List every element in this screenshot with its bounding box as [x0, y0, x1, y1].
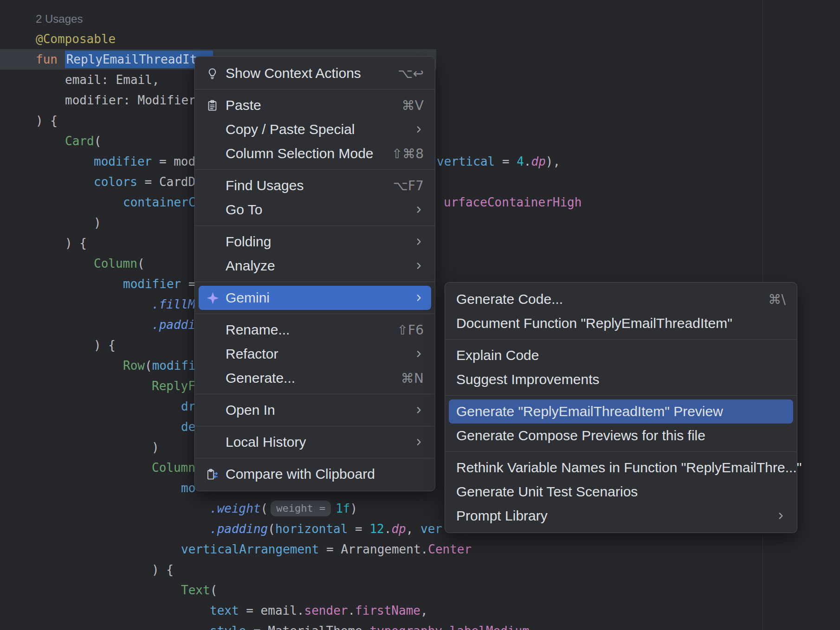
submenu-item-prompt-library[interactable]: Prompt Library	[449, 504, 793, 528]
code-line: ) {	[94, 335, 116, 355]
code-token: 12	[369, 522, 384, 536]
menu-item-shortcut: ⌘\	[755, 292, 786, 307]
code-line: de	[181, 417, 195, 437]
menu-item-column-selection-mode[interactable]: Column Selection Mode⇧⌘8	[199, 141, 431, 166]
code-token: ) {	[94, 338, 116, 352]
menu-item-label: Analyze	[226, 258, 275, 274]
menu-item-open-in[interactable]: Open In	[199, 398, 431, 422]
menu-item-analyze[interactable]: Analyze	[199, 254, 431, 278]
menu-item-label: Open In	[226, 402, 275, 418]
submenu-item-generate-unit-tests[interactable]: Generate Unit Test Scenarios	[449, 480, 793, 504]
code-line: text = email.sender.firstName,	[210, 600, 428, 621]
menu-separator	[195, 310, 435, 318]
menu-separator	[195, 166, 435, 174]
menu-item-label: Explain Code	[456, 347, 539, 363]
code-line: .padding(horizontal = 12.dp, ver	[210, 519, 442, 539]
menu-item-label: Document Function "ReplyEmailThreadItem"	[456, 315, 732, 331]
code-token: =	[152, 154, 174, 168]
menu-item-local-history[interactable]: Local History	[199, 430, 431, 454]
menu-item-shortcut: ⌘V	[388, 98, 424, 113]
code-line: Card(	[65, 131, 101, 151]
menu-item-label: Rethink Variable Names in Function "Repl…	[456, 460, 801, 476]
code-token: Card	[65, 134, 94, 148]
menu-item-find-usages[interactable]: Find Usages⌥F7	[199, 174, 431, 198]
code-token: email.	[261, 604, 304, 617]
code-token: .	[442, 624, 450, 630]
submenu-item-document-function[interactable]: Document Function "ReplyEmailThreadItem"	[449, 311, 793, 335]
code-token: Column	[94, 257, 137, 270]
submenu-item-generate-code[interactable]: Generate Code...⌘\	[449, 287, 793, 311]
menu-separator	[195, 454, 435, 462]
menu-item-refactor[interactable]: Refactor	[199, 342, 431, 366]
menu-item-gemini[interactable]: Gemini	[199, 286, 431, 310]
menu-item-show-context-actions[interactable]: Show Context Actions⌥↩	[199, 61, 431, 85]
code-token: )	[350, 501, 358, 515]
submenu-item-generate-compose-previews[interactable]: Generate Compose Previews for this file	[449, 424, 793, 448]
code-token: =	[181, 277, 195, 291]
code-token: =	[495, 154, 517, 168]
menu-item-label: Compare with Clipboard	[226, 466, 375, 482]
code-token: (	[210, 583, 218, 597]
code-token: (	[268, 522, 275, 536]
submenu-item-rethink-variable-names[interactable]: Rethink Variable Names in Function "Repl…	[449, 456, 793, 480]
code-token: text	[210, 604, 239, 617]
code-line: style = MaterialTheme.typography.labelMe…	[210, 621, 530, 630]
code-line: .fillM	[152, 294, 195, 315]
code-token: =	[246, 624, 268, 630]
code-line: ) {	[65, 233, 87, 253]
submenu-item-generate-preview[interactable]: Generate "ReplyEmailThreadItem" Preview	[449, 399, 793, 424]
code-token: containerC	[123, 195, 196, 209]
submenu-chevron-icon	[401, 405, 424, 415]
editor-context-menu: Show Context Actions⌥↩Paste⌘VCopy / Past…	[194, 56, 435, 491]
menu-item-label: Suggest Improvements	[456, 372, 599, 387]
menu-item-label: Paste	[226, 97, 261, 113]
submenu-chevron-icon	[401, 349, 424, 359]
menu-separator	[445, 335, 797, 343]
code-token: email: Email,	[65, 73, 160, 87]
usages-inlay-hint: 2 Usages	[36, 8, 83, 29]
code-token: ) {	[152, 563, 174, 577]
code-token: dp	[531, 154, 546, 168]
code-token: =	[348, 522, 369, 536]
code-token: mo	[181, 481, 195, 495]
code-line: Column(	[94, 253, 145, 274]
menu-item-shortcut: ⇧⌘8	[378, 146, 424, 161]
menu-item-copy-paste-special[interactable]: Copy / Paste Special	[199, 117, 431, 141]
menu-separator	[195, 390, 435, 398]
submenu-item-explain-code[interactable]: Explain Code	[449, 343, 793, 367]
menu-item-shortcut: ⌥↩	[384, 66, 424, 81]
menu-item-shortcut: ⌥F7	[379, 178, 424, 193]
menu-item-label: Generate Unit Test Scenarios	[456, 484, 638, 500]
menu-item-rename[interactable]: Rename...⇧F6	[199, 318, 431, 342]
lightbulb-icon	[206, 67, 226, 80]
submenu-chevron-icon	[401, 261, 424, 270]
code-token: modifier	[123, 277, 181, 291]
submenu-item-suggest-improvements[interactable]: Suggest Improvements	[449, 367, 793, 392]
code-token: sender	[304, 604, 348, 617]
code-line: containerC	[123, 192, 196, 212]
code-token: Arrangement.	[341, 542, 428, 556]
code-token: (	[137, 257, 145, 270]
code-line: modifier = mod	[94, 151, 195, 172]
code-line: dr	[181, 396, 195, 417]
menu-item-label: Generate "ReplyEmailThreadItem" Preview	[456, 404, 723, 419]
menu-item-label: Folding	[226, 234, 271, 250]
code-token: ,	[406, 522, 420, 536]
code-token: ),	[546, 154, 560, 168]
code-line: Text(	[181, 580, 217, 600]
code-token: urfaceContainerHigh	[444, 195, 582, 209]
code-token: firstName	[355, 604, 420, 617]
code-token: modifi	[152, 359, 196, 373]
submenu-chevron-icon	[401, 293, 424, 302]
code-token: @Composable	[36, 32, 116, 46]
menu-item-go-to[interactable]: Go To	[199, 198, 431, 222]
code-token: Column	[152, 461, 195, 475]
code-token: ) {	[65, 236, 87, 250]
menu-item-paste[interactable]: Paste⌘V	[199, 93, 431, 117]
menu-item-generate[interactable]: Generate...⌘N	[199, 366, 431, 390]
code-token: .weight	[210, 501, 261, 515]
submenu-chevron-icon	[762, 511, 786, 521]
menu-item-compare-with-clipboard[interactable]: Compare with Clipboard	[199, 462, 431, 486]
menu-item-folding[interactable]: Folding	[199, 230, 431, 254]
code-token: ) {	[36, 114, 58, 128]
